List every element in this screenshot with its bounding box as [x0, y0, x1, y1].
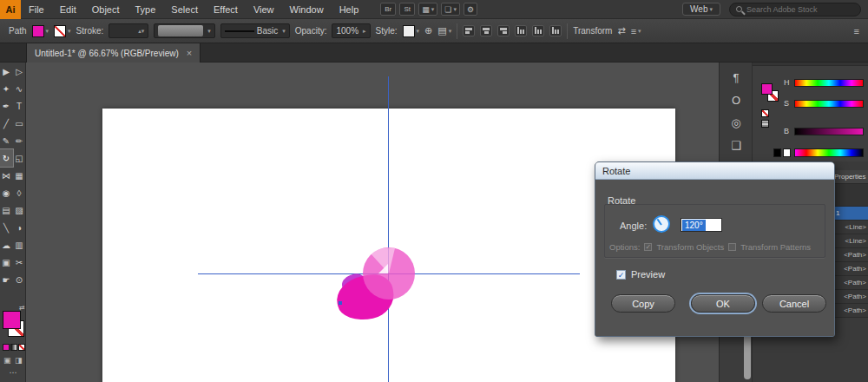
layer-row[interactable]: <Path> [832, 248, 868, 262]
bridge-button[interactable]: Br [380, 3, 396, 16]
artwork-rotated-preview[interactable] [363, 247, 415, 300]
anchor-point[interactable] [339, 301, 342, 305]
scale-tool[interactable]: ◱ [13, 149, 26, 167]
free-transform-tool[interactable]: ▦ [13, 167, 26, 184]
layer-row[interactable]: <Path> [832, 290, 868, 304]
workspace-switcher[interactable]: Web ▾ [682, 3, 720, 16]
menu-select[interactable]: Select [163, 0, 206, 19]
globe-icon[interactable]: ⊕ [424, 25, 432, 36]
selection-tool[interactable]: ▶ [0, 63, 13, 80]
shuffle-icon[interactable]: ⇄ [617, 25, 625, 36]
layer-row[interactable]: <Line> [832, 221, 868, 234]
document-tab[interactable]: Untitled-1* @ 66.67% (RGB/Preview) × [26, 43, 201, 63]
stroke-weight-stepper[interactable]: ▴▾ [108, 23, 148, 38]
transform-patterns-checkbox[interactable] [728, 243, 736, 251]
draw-behind-icon[interactable]: ◨ [15, 356, 23, 365]
zoom-tool[interactable]: ⊙ [13, 271, 26, 288]
registration-swatch[interactable] [761, 120, 769, 128]
panel-menu-button[interactable]: ≡ ▾ [631, 26, 641, 36]
menu-view[interactable]: View [246, 0, 282, 19]
transform-objects-checkbox[interactable]: ✓ [644, 243, 652, 251]
panel-fill-swatch[interactable] [761, 83, 773, 95]
cancel-button[interactable]: Cancel [762, 294, 826, 313]
layer-row[interactable]: <Path> [832, 304, 868, 318]
none-mode-button[interactable] [18, 344, 25, 351]
layer-row[interactable]: <Path> [832, 262, 868, 276]
menu-type[interactable]: Type [128, 0, 164, 19]
opentype-panel-icon[interactable]: O [720, 89, 753, 111]
type-tool[interactable]: T [13, 97, 26, 115]
gradient-tool[interactable]: ▨ [13, 201, 26, 219]
transform-panel-link[interactable]: Transform [573, 26, 612, 36]
align-center-button[interactable] [480, 25, 492, 36]
black-swatch[interactable] [773, 148, 781, 157]
control-bar-options-icon[interactable]: ≡ [854, 26, 859, 36]
brightness-slider[interactable] [794, 128, 864, 135]
brush-definition-dropdown[interactable]: ▾ [154, 23, 215, 38]
pencil-tool[interactable]: ✏ [13, 132, 26, 149]
appearance-panel-icon[interactable]: ◎ [720, 111, 753, 134]
copy-button[interactable]: Copy [611, 294, 675, 313]
mesh-tool[interactable]: ▤ [0, 201, 13, 219]
hue-slider[interactable] [794, 79, 864, 87]
width-tool[interactable]: ⋈ [0, 167, 13, 184]
gradient-mode-button[interactable] [10, 344, 17, 351]
color-spectrum-ramp[interactable] [794, 148, 864, 157]
arrange-documents-button[interactable]: ▦ ▾ [418, 3, 437, 16]
dialog-title-bar[interactable]: Rotate [595, 162, 834, 180]
distribute-center-button[interactable] [532, 25, 544, 36]
vertical-guide[interactable] [388, 76, 389, 382]
menu-object[interactable]: Object [84, 0, 128, 19]
screen-mode-button[interactable]: ❏ ▾ [441, 3, 460, 16]
magic-wand-tool[interactable]: ✦ [0, 80, 13, 97]
menu-effect[interactable]: Effect [206, 0, 246, 19]
rotation-reference-point[interactable] [378, 264, 388, 273]
line-segment-tool[interactable]: ╱ [0, 115, 13, 132]
stroke-color-dropdown[interactable]: ▾ [54, 25, 71, 37]
rectangle-tool[interactable]: ▭ [13, 115, 26, 132]
saturation-slider[interactable] [794, 100, 864, 108]
gpu-performance-button[interactable]: ⚙ [464, 3, 477, 16]
toolbar-overflow-icon[interactable]: ⋯ [0, 368, 26, 377]
close-icon[interactable]: × [187, 48, 192, 58]
distribute-right-button[interactable] [549, 25, 562, 36]
rotate-tool[interactable]: ↻ [0, 149, 13, 167]
menu-edit[interactable]: Edit [52, 0, 84, 19]
eyedropper-tool[interactable]: ╲ [0, 219, 13, 236]
paragraph-panel-icon[interactable]: ¶ [720, 66, 753, 89]
layer-row[interactable]: <Line> [832, 234, 868, 248]
align-left-button[interactable] [463, 25, 475, 36]
draw-normal-icon[interactable]: ▣ [3, 356, 11, 365]
graphic-styles-panel-icon[interactable]: ❑ [720, 134, 753, 156]
direct-selection-tool[interactable]: ▷ [13, 63, 26, 80]
preview-checkbox[interactable]: ✓ [616, 270, 626, 280]
menu-help[interactable]: Help [332, 0, 367, 19]
blend-tool[interactable]: ◑ [13, 219, 26, 236]
angle-dial-icon[interactable] [653, 215, 670, 233]
menu-file[interactable]: File [21, 0, 52, 19]
white-swatch[interactable] [783, 148, 791, 157]
stock-search-box[interactable] [729, 3, 861, 16]
color-mode-button[interactable] [3, 344, 10, 351]
shape-builder-tool[interactable]: ◉ [0, 184, 13, 201]
opacity-dropdown[interactable]: 100% ▸ [332, 23, 370, 38]
search-input[interactable] [746, 5, 842, 14]
layer-row[interactable]: <Path> [832, 276, 868, 290]
properties-panel-tab[interactable]: Properties [832, 170, 868, 184]
symbol-sprayer-tool[interactable]: ☁ [0, 236, 13, 254]
column-graph-tool[interactable]: ▥ [13, 236, 26, 254]
lasso-tool[interactable]: ∿ [13, 80, 26, 97]
graphic-style-dropdown[interactable]: ▾ [403, 25, 420, 37]
angle-input[interactable]: 120° [681, 218, 722, 232]
ok-button[interactable]: OK [691, 294, 755, 313]
stroke-style-dropdown[interactable]: Basic ▾ [220, 23, 290, 38]
app-logo[interactable]: Ai [0, 0, 21, 19]
paintbrush-tool[interactable]: ✎ [0, 132, 13, 149]
stock-button[interactable]: St [399, 3, 415, 16]
slice-tool[interactable]: ✂ [13, 254, 26, 271]
layer-row[interactable]: 1 [832, 207, 868, 221]
align-right-button[interactable] [497, 25, 510, 36]
distribute-left-button[interactable] [515, 25, 527, 36]
artboard-tool[interactable]: ▣ [0, 254, 13, 271]
hand-tool[interactable]: ☛ [0, 271, 13, 288]
